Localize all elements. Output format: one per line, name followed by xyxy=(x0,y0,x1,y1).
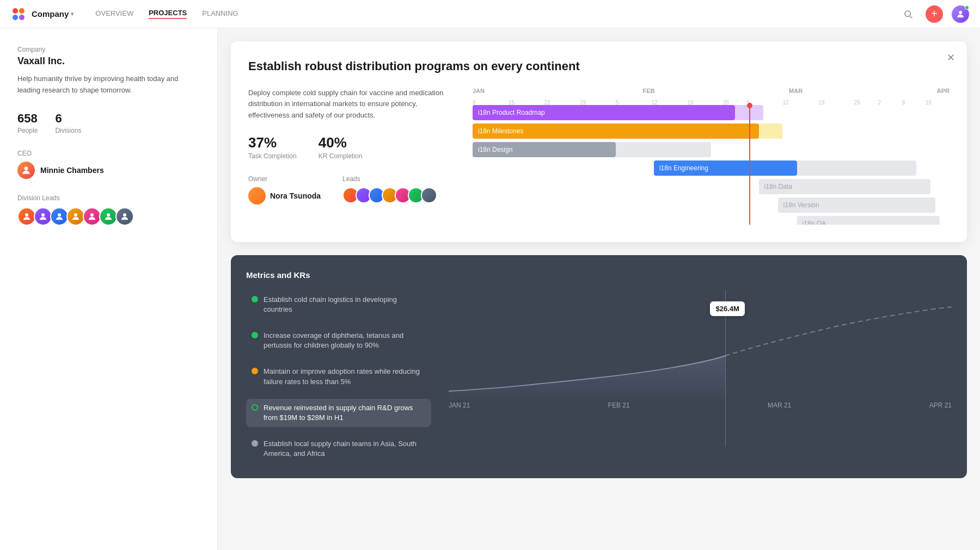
division-leads-avatars xyxy=(17,207,200,226)
svg-point-2 xyxy=(13,15,18,20)
metrics-panel-title: Metrics and KRs xyxy=(246,270,952,280)
svg-point-0 xyxy=(13,8,18,14)
sidebar-company-name: Vaxall Inc. xyxy=(17,55,200,67)
bar-label-data: i18n Data xyxy=(764,183,792,190)
bar-label-design: i18n Design xyxy=(478,146,512,153)
bar-label-product-roadmap: i18n Product Roadmap xyxy=(478,109,545,116)
chevron-down-icon: ▾ xyxy=(71,11,74,17)
svg-point-12 xyxy=(90,213,94,217)
bar-label-version: i18n Version xyxy=(783,201,819,209)
metric-dot-2 xyxy=(252,332,258,338)
panel-left: Deploy complete cold supply chain for va… xyxy=(248,88,455,225)
sidebar-stats: 658 People 6 Divisions xyxy=(17,112,200,134)
metric-item-1[interactable]: Establish cold chain logistics in develo… xyxy=(246,291,431,319)
nav-overview[interactable]: OVERVIEW xyxy=(95,9,133,18)
panel-completion-stats: 37% Task Completion 40% KR Completion xyxy=(248,134,455,160)
sidebar-company-label: Company xyxy=(17,46,200,53)
gantt-bar-design: i18n Design xyxy=(473,142,616,157)
gantt-bar-product-roadmap: i18n Product Roadmap xyxy=(473,105,735,120)
gantt-row-qa: i18n QA xyxy=(473,216,950,225)
gantt-bar-version: i18n Version xyxy=(778,197,935,213)
app-logo xyxy=(11,7,26,22)
svg-point-7 xyxy=(24,166,28,170)
project-panel: ✕ Establish robust distribution programs… xyxy=(231,41,967,242)
metric-item-2[interactable]: Increase coverage of diphtheria, tetanus… xyxy=(246,326,431,355)
owner-name: Nora Tsunoda xyxy=(270,191,321,200)
main-content: ✕ Establish robust distribution programs… xyxy=(218,28,980,550)
gantt-row-engineering: i18n Engineering xyxy=(473,160,950,176)
gantt-row-design: i18n Design xyxy=(473,142,950,157)
ceo-avatar xyxy=(17,162,35,179)
user-avatar[interactable] xyxy=(952,5,969,23)
stat-divisions: 6 Divisions xyxy=(55,112,81,134)
division-leads-label: Division Leads xyxy=(17,194,200,202)
avatar-status-dot xyxy=(965,5,969,10)
svg-point-6 xyxy=(959,11,962,14)
metric-item-3[interactable]: Maintain or improve adoption rates while… xyxy=(246,362,431,391)
top-nav: Company ▾ OVERVIEW PROJECTS PLANNING + xyxy=(0,0,980,28)
metric-dot-3 xyxy=(252,368,258,374)
add-button[interactable]: + xyxy=(926,5,943,23)
gantt-row-version: i18n Version xyxy=(473,197,950,213)
sidebar-description: Help humanity thrive by improving health… xyxy=(17,73,200,96)
metrics-panel: Metrics and KRs Establish cold chain log… xyxy=(231,255,967,479)
company-selector[interactable]: Company ▾ xyxy=(32,9,74,18)
kr-completion-stat: 40% KR Completion xyxy=(318,134,363,160)
lead-avatar-5 xyxy=(83,207,101,226)
svg-point-11 xyxy=(74,213,77,217)
gantt-month-mar: MAR xyxy=(718,88,803,94)
gantt-month-feb: FEB xyxy=(547,88,654,94)
metric-text-5: Establish local supply chain teams in As… xyxy=(264,439,426,459)
gantt-header: JAN FEB MAR APR xyxy=(473,88,950,96)
owner-section: Owner Nora Tsunoda xyxy=(248,175,321,205)
owner-avatar xyxy=(248,187,266,205)
metric-dot-5 xyxy=(252,440,258,447)
ceo-name: Minnie Chambers xyxy=(40,166,104,175)
lead-avatar-3 xyxy=(50,207,69,226)
stat-people: 658 People xyxy=(17,112,38,134)
chart-x-axis: JAN 21 FEB 21 MAR 21 APR 21 xyxy=(449,401,952,409)
today-line xyxy=(749,105,750,225)
metric-text-3: Maintain or improve adoption rates while… xyxy=(264,367,426,386)
ceo-label: CEO xyxy=(17,150,200,157)
stat-divisions-number: 6 xyxy=(55,112,81,126)
search-button[interactable] xyxy=(899,5,917,23)
close-button[interactable]: ✕ xyxy=(943,50,958,65)
leads-avatars xyxy=(342,187,437,203)
lead-avatar-1 xyxy=(17,207,36,226)
nav-planning[interactable]: PLANNING xyxy=(202,9,238,18)
svg-point-4 xyxy=(905,11,911,17)
svg-point-14 xyxy=(123,213,126,217)
task-completion-stat: 37% Task Completion xyxy=(248,134,297,160)
svg-point-9 xyxy=(41,213,45,217)
metrics-list: Establish cold chain logistics in develo… xyxy=(246,291,431,464)
nav-right: + xyxy=(899,5,969,23)
metric-item-4[interactable]: Revenue reinvested in supply chain R&D g… xyxy=(246,399,431,427)
stat-people-label: People xyxy=(17,127,38,134)
chart-value-label: $26.4M xyxy=(710,301,744,316)
gantt-bar-qa: i18n QA xyxy=(797,216,940,225)
bar-label-qa: i18n QA xyxy=(803,220,826,225)
kr-completion-value: 40% xyxy=(318,134,363,151)
bar-label-milestones: i18n Milestones xyxy=(478,127,523,135)
svg-point-13 xyxy=(107,213,110,217)
nav-links: OVERVIEW PROJECTS PLANNING xyxy=(95,9,238,19)
lead-avatar-4 xyxy=(66,207,85,226)
lead-avatar-2 xyxy=(34,207,52,226)
leads-avatar-7 xyxy=(421,187,437,203)
ceo-info: Minnie Chambers xyxy=(17,162,200,179)
svg-point-10 xyxy=(58,213,61,217)
metric-text-1: Establish cold chain logistics in develo… xyxy=(264,295,426,314)
gantt-bar-data: i18n Data xyxy=(759,179,930,194)
task-completion-label: Task Completion xyxy=(248,152,297,160)
gantt-bar-milestones-overflow xyxy=(759,123,783,139)
today-dot xyxy=(747,103,752,108)
gantt-bar-engineering: i18n Engineering xyxy=(654,160,797,176)
nav-projects[interactable]: PROJECTS xyxy=(149,9,187,19)
metric-item-5[interactable]: Establish local supply chain teams in As… xyxy=(246,435,431,463)
gantt-month-jan: JAN xyxy=(473,88,485,94)
x-label-jan: JAN 21 xyxy=(449,401,470,409)
gantt-bar-engineering-gray xyxy=(797,160,916,176)
svg-line-5 xyxy=(910,16,912,18)
panel-content: Deploy complete cold supply chain for va… xyxy=(248,88,950,225)
